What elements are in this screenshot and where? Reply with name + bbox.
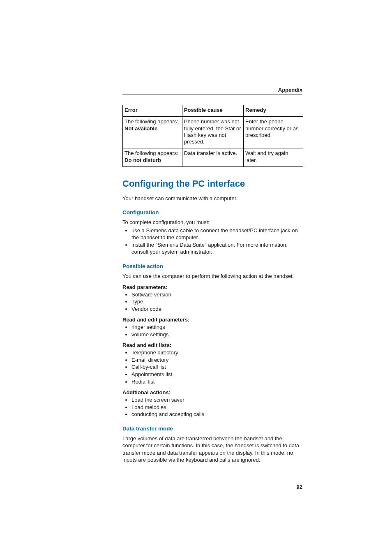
content-column: Error Possible cause Remedy The followin… — [122, 105, 303, 465]
group-title: Additional actions: — [122, 389, 303, 395]
th-remedy: Remedy — [244, 105, 303, 117]
cell-cause: Data transfer is active. — [182, 148, 243, 167]
error-prefix: The following appears: — [125, 150, 178, 156]
error-prefix: The following appears: — [125, 118, 178, 125]
list-item: volume settings — [131, 331, 303, 338]
table-row: The following appears: Do not disturb Da… — [123, 148, 303, 167]
section-intro: Your handset can communicate with a comp… — [122, 195, 303, 202]
configuration-lead: To complete configuration, you must: — [122, 219, 303, 226]
table-header-row: Error Possible cause Remedy — [123, 105, 303, 117]
cell-remedy: Wait and try again later. — [244, 148, 303, 167]
list-item: ringer settings — [131, 324, 303, 331]
cell-error: The following appears: Not available — [123, 117, 182, 148]
list-item: E-mail directory — [131, 356, 303, 364]
subheading-configuration: Configuration — [122, 209, 303, 215]
list-item: Load melodies — [131, 404, 303, 411]
list-item: Call-by-call list — [131, 363, 303, 371]
group-title: Read and edit lists: — [122, 342, 303, 348]
subheading-possible-action: Possible action — [122, 263, 303, 269]
list-item: Load the screen saver — [131, 396, 303, 404]
th-cause: Possible cause — [182, 105, 243, 117]
cell-cause: Phone number was not fully entered, the … — [182, 117, 243, 148]
th-error: Error — [123, 105, 182, 117]
list-item: Redial list — [131, 378, 303, 386]
section-heading: Configuring the PC interface — [122, 178, 303, 189]
error-bold: Do not disturb — [125, 157, 161, 163]
group-list: ringer settings volume settings — [122, 324, 303, 338]
running-head: Appendix — [122, 87, 302, 95]
cell-remedy: Enter the phone number correctly or as p… — [244, 117, 303, 148]
subheading-data-transfer: Data transfer mode — [122, 426, 303, 432]
error-bold: Not available — [125, 125, 157, 132]
data-transfer-body: Large volumes of data are transferred be… — [122, 435, 303, 464]
group-title: Read and edit parameters: — [122, 317, 303, 323]
group-title: Read parameters: — [122, 284, 303, 290]
list-item: Software version — [131, 291, 303, 298]
group-list: Telephone directory E-mail directory Cal… — [122, 349, 303, 385]
list-item: Appointments list — [131, 371, 303, 378]
list-item: Type — [131, 298, 303, 305]
page-number: 92 — [297, 484, 302, 490]
group-list: Load the screen saver Load melodies cond… — [122, 396, 303, 418]
configuration-list: use a Siemens data cable to connect the … — [122, 227, 303, 256]
list-item: install the "Siemens Data Suite" applica… — [131, 241, 303, 256]
list-item: Vendor code — [131, 305, 303, 313]
table-row: The following appears: Not available Pho… — [123, 117, 303, 148]
list-item: Telephone directory — [131, 349, 303, 356]
cell-error: The following appears: Do not disturb — [123, 148, 182, 167]
list-item: conducting and accepting calls — [131, 411, 303, 418]
troubleshooting-table: Error Possible cause Remedy The followin… — [122, 105, 303, 167]
possible-action-lead: You can use the computer to perform the … — [122, 273, 303, 280]
page: Appendix Error Possible cause Remedy The… — [0, 0, 392, 555]
group-list: Software version Type Vendor code — [122, 291, 303, 313]
list-item: use a Siemens data cable to connect the … — [131, 227, 303, 241]
